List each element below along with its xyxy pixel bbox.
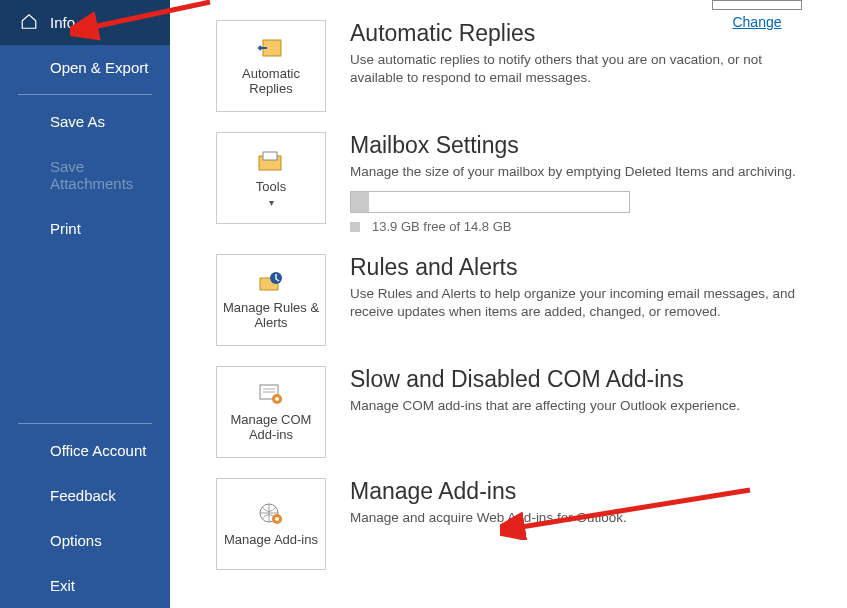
sidebar-item-open-export[interactable]: Open & Export xyxy=(0,45,170,90)
sidebar-item-label: Info xyxy=(50,14,75,31)
manage-com-addins-button[interactable]: Manage COM Add-ins xyxy=(216,366,326,458)
manage-addins-button[interactable]: Manage Add-ins xyxy=(216,478,326,570)
chevron-down-icon: ▾ xyxy=(269,197,274,208)
sidebar-item-save-as[interactable]: Save As xyxy=(0,99,170,144)
sidebar-item-label: Exit xyxy=(50,577,75,594)
account-change-block: Change xyxy=(697,0,817,30)
mailbox-usage-text: 13.9 GB free of 14.8 GB xyxy=(372,219,511,234)
mailbox-usage-fill xyxy=(351,192,369,212)
sidebar-item-label: Options xyxy=(50,532,102,549)
tile-label: Automatic Replies xyxy=(217,67,325,97)
mailbox-usage-note: 13.9 GB free of 14.8 GB xyxy=(350,219,817,234)
sidebar-item-exit[interactable]: Exit xyxy=(0,563,170,608)
section-desc: Manage the size of your mailbox by empty… xyxy=(350,163,817,181)
tools-icon xyxy=(255,148,287,174)
svg-point-12 xyxy=(275,517,279,521)
manage-rules-alerts-button[interactable]: Manage Rules & Alerts xyxy=(216,254,326,346)
home-icon xyxy=(20,12,38,33)
section-title: Rules and Alerts xyxy=(350,254,817,281)
sidebar-item-label: Print xyxy=(50,220,81,237)
tile-label: Tools xyxy=(252,180,290,195)
sidebar-separator xyxy=(18,423,152,424)
section-desc: Use Rules and Alerts to help organize yo… xyxy=(350,285,817,321)
sidebar-item-label: Save Attachments xyxy=(50,158,133,192)
account-preview-frame xyxy=(712,0,802,10)
sidebar-separator xyxy=(18,94,152,95)
section-desc: Use automatic replies to notify others t… xyxy=(350,51,817,87)
sidebar-item-office-account[interactable]: Office Account xyxy=(0,428,170,473)
section-title: Manage Add-ins xyxy=(350,478,817,505)
sidebar-item-label: Open & Export xyxy=(50,59,148,76)
usage-swatch-icon xyxy=(350,222,360,232)
tile-label: Manage COM Add-ins xyxy=(217,413,325,443)
sidebar-item-save-attachments: Save Attachments xyxy=(0,144,170,206)
sidebar-item-print[interactable]: Print xyxy=(0,206,170,251)
tile-label: Manage Add-ins xyxy=(220,533,322,548)
sidebar-item-options[interactable]: Options xyxy=(0,518,170,563)
sidebar-item-info[interactable]: Info xyxy=(0,0,170,45)
addins-icon xyxy=(255,501,287,527)
sidebar-item-feedback[interactable]: Feedback xyxy=(0,473,170,518)
sidebar-item-label: Feedback xyxy=(50,487,116,504)
automatic-replies-icon xyxy=(255,35,287,61)
rules-alerts-icon xyxy=(255,269,287,295)
file-menu-sidebar: Info Open & Export Save As Save Attachme… xyxy=(0,0,170,608)
mailbox-usage-bar xyxy=(350,191,630,213)
section-title: Slow and Disabled COM Add-ins xyxy=(350,366,817,393)
section-desc: Manage and acquire Web Add-ins for Outlo… xyxy=(350,509,817,527)
svg-point-9 xyxy=(275,397,279,401)
change-link[interactable]: Change xyxy=(732,14,781,30)
sidebar-item-label: Save As xyxy=(50,113,105,130)
section-title: Mailbox Settings xyxy=(350,132,817,159)
tile-label: Manage Rules & Alerts xyxy=(217,301,325,331)
svg-rect-2 xyxy=(263,152,277,160)
section-desc: Manage COM add-ins that are affecting yo… xyxy=(350,397,817,415)
automatic-replies-button[interactable]: Automatic Replies xyxy=(216,20,326,112)
main-content: Change Automatic Replies Automatic Repli… xyxy=(170,0,847,608)
tools-button[interactable]: Tools ▾ xyxy=(216,132,326,224)
com-addins-icon xyxy=(255,381,287,407)
sidebar-item-label: Office Account xyxy=(50,442,146,459)
